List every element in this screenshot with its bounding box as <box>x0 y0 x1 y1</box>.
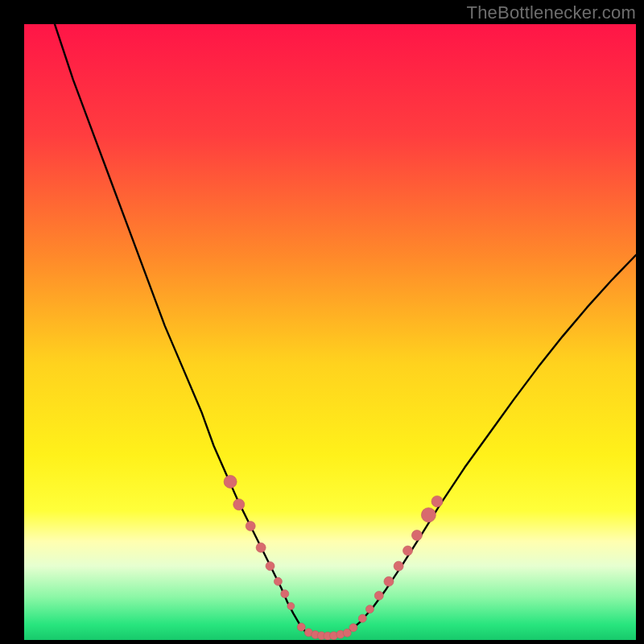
data-marker <box>266 562 275 571</box>
data-marker <box>421 508 436 522</box>
data-marker <box>246 521 255 530</box>
curve-left-curve <box>55 24 306 632</box>
data-marker <box>256 543 266 552</box>
plot-area <box>24 24 636 640</box>
data-marker <box>403 546 413 555</box>
data-marker <box>287 602 295 609</box>
data-marker <box>274 577 282 585</box>
data-marker <box>349 624 357 632</box>
data-marker <box>224 475 237 488</box>
data-marker <box>431 496 443 507</box>
data-marker <box>411 530 422 540</box>
data-marker <box>297 623 305 631</box>
data-marker <box>358 614 366 622</box>
data-marker <box>374 591 383 600</box>
data-marker <box>394 561 403 571</box>
chart-frame: TheBottlenecker.com <box>0 0 644 644</box>
curve-right-curve <box>349 255 636 632</box>
watermark-text: TheBottlenecker.com <box>467 2 636 23</box>
chart-svg <box>24 24 636 640</box>
data-marker <box>384 576 394 586</box>
data-marker <box>365 605 374 613</box>
data-marker <box>233 499 245 510</box>
data-marker <box>281 590 289 598</box>
